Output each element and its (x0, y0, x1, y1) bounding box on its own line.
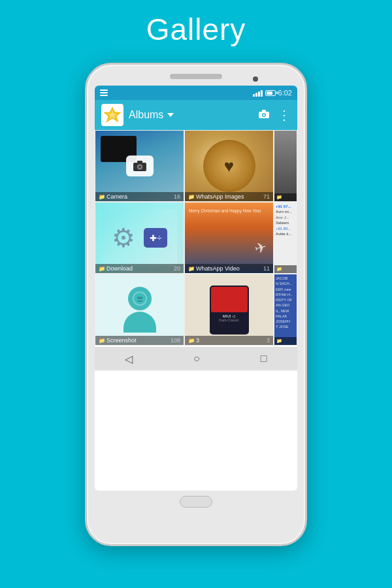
side-cell-2[interactable]: +91 97... Avm mi... Amr J... Saleem +91 … (274, 202, 297, 274)
side-cell-3[interactable]: JACOB N SACH... EEP, new RTHIK H... RSIT… (274, 274, 297, 346)
download-folder-icon: 📁 (99, 266, 105, 272)
svg-point-8 (139, 166, 141, 169)
albums-text: Albums (129, 109, 163, 121)
status-time: 6:02 (278, 89, 292, 97)
plane-icon: ✈ (253, 238, 269, 258)
screenshot-folder-icon: 📁 (99, 338, 105, 344)
heart-art-icon: ♥ (224, 156, 234, 176)
side-folder-icon-3: 📁 (276, 338, 282, 343)
bar-icons: ⋮ (258, 107, 291, 123)
albums-label[interactable]: Albums (129, 109, 253, 121)
phone-screen: 6:02 Albums (95, 86, 297, 491)
whatsapp-video-folder-icon: 📁 (188, 266, 195, 272)
camera-bar-icon[interactable] (258, 109, 270, 122)
camera-count: 16 (174, 193, 180, 200)
new-year-text: Merry Christmas and Happy New Year (189, 208, 261, 214)
side-folder-icon-2: 📁 (276, 267, 282, 271)
app-title: Gallery (146, 12, 246, 46)
recent-button[interactable]: □ (261, 353, 267, 365)
camera-label: 📁 Camera 16 (95, 192, 184, 201)
svg-rect-5 (262, 110, 266, 112)
screenshot-cell[interactable]: 📁 Screenshot 108 (95, 274, 184, 346)
three-label-text: 3 (196, 337, 199, 344)
status-left (100, 90, 110, 96)
camera-folder-icon: 📁 (99, 194, 105, 200)
whatsapp-images-label: 📁 WhatsApp Images 71 (185, 192, 273, 201)
screenshot-label: 📁 Screenshot 108 (95, 336, 184, 345)
download-label: 📁 Download 20 (95, 264, 184, 273)
miui-preview: MIUI ◁ Dark-Classic (210, 286, 249, 335)
whatsapp-images-cell[interactable]: ♥ 📁 WhatsApp Images 71 (184, 130, 274, 202)
gear-icon: ⚙ (112, 223, 135, 253)
logo-icon (103, 106, 122, 124)
whatsapp-folder-icon: 📁 (188, 194, 195, 200)
screenshot-count: 108 (171, 337, 180, 344)
whatsapp-video-label: 📁 WhatsApp Video 11 (185, 264, 273, 273)
whatsapp-video-cell[interactable]: Merry Christmas and Happy New Year ✈ 📁 W… (184, 202, 274, 274)
camera-album-cell[interactable]: 📁 Camera 16 (95, 130, 184, 202)
three-count: 3 (267, 337, 270, 344)
whatsapp-images-text: WhatsApp Images (196, 193, 244, 200)
phone-frame: 6:02 Albums (85, 63, 307, 546)
three-label: 📁 3 3 (185, 336, 273, 345)
side-folder-icon-1: 📁 (276, 195, 282, 200)
three-folder-icon: 📁 (188, 338, 195, 344)
camera-icon-big (126, 155, 154, 176)
avatar-figure (123, 287, 156, 333)
dropdown-arrow-icon (167, 113, 174, 117)
camera-label-text: Camera (106, 193, 127, 200)
side-cell-1[interactable]: 📁 (274, 130, 297, 202)
home-button[interactable]: ○ (193, 353, 200, 365)
svg-rect-9 (137, 161, 142, 163)
download-label-text: Download (106, 265, 133, 272)
signal-icon (253, 89, 263, 97)
app-logo (101, 104, 123, 126)
whatsapp-images-count: 71 (263, 193, 270, 200)
calculator-icon: ✚÷ (144, 228, 167, 248)
back-button[interactable]: ◁ (125, 353, 133, 365)
download-cell[interactable]: ⚙ ✚÷ 📁 Download 20 (95, 202, 184, 274)
battery-icon (265, 90, 276, 96)
whatsapp-video-text: WhatsApp Video (196, 265, 240, 272)
status-bar: 6:02 (95, 86, 297, 100)
nav-bar: ◁ ○ □ (95, 347, 297, 370)
physical-home-button[interactable] (180, 496, 212, 508)
phone-camera (253, 76, 258, 82)
three-album-cell[interactable]: MIUI ◁ Dark-Classic 📁 3 3 (184, 274, 274, 346)
download-count: 20 (174, 265, 180, 272)
photo-grid: 📁 Camera 16 ♥ 📁 WhatsApp Images (95, 130, 297, 346)
status-right: 6:02 (253, 89, 292, 97)
screenshot-label-text: Screenshot (106, 337, 137, 344)
app-bar: Albums ⋮ (95, 100, 297, 130)
menu-icon[interactable]: ⋮ (278, 107, 291, 123)
app-header: Gallery (0, 0, 392, 56)
svg-point-4 (263, 114, 265, 116)
whatsapp-video-count: 11 (263, 265, 270, 272)
phone-speaker (170, 74, 222, 79)
